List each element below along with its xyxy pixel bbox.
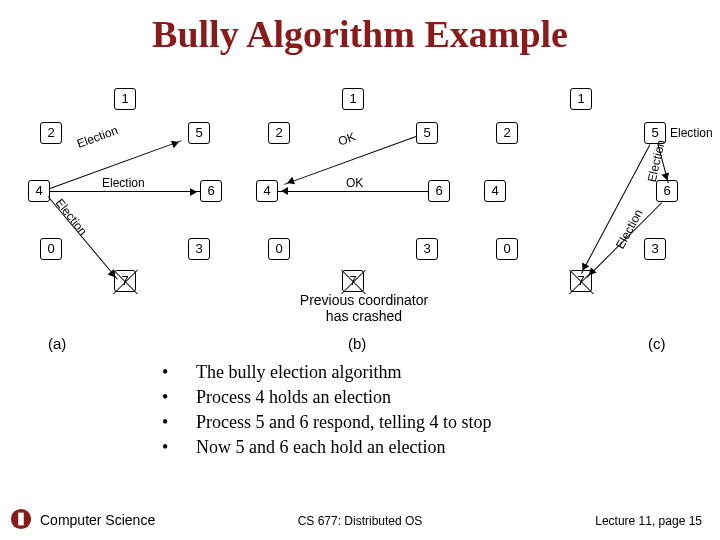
node-2: 2 bbox=[496, 122, 518, 144]
msg-label: OK bbox=[346, 176, 363, 190]
node-1: 1 bbox=[570, 88, 592, 110]
list-item: Now 5 and 6 each hold an election bbox=[162, 437, 491, 458]
panel-a: 1 2 5 4 6 0 3 7 Election Election Electi… bbox=[22, 82, 242, 352]
node-2: 2 bbox=[40, 122, 62, 144]
slide-title: Bully Algorithm Example bbox=[0, 12, 720, 56]
arrow bbox=[50, 191, 200, 192]
node-1: 1 bbox=[342, 88, 364, 110]
node-7: 7 bbox=[342, 270, 364, 292]
bully-diagram: 1 2 5 4 6 0 3 7 Election Election Electi… bbox=[22, 82, 698, 352]
node-6: 6 bbox=[200, 180, 222, 202]
panel-b: 1 2 5 4 6 0 3 7 OK OK Previous coordinat… bbox=[250, 82, 470, 352]
footer-right: Lecture 11, page 15 bbox=[595, 514, 702, 528]
panel-c: 1 2 5 4 6 0 3 7 Election Election Electi… bbox=[478, 82, 698, 352]
panel-label-c: (c) bbox=[648, 335, 666, 352]
arrow bbox=[581, 144, 650, 273]
node-4: 4 bbox=[484, 180, 506, 202]
node-3: 3 bbox=[416, 238, 438, 260]
node-4: 4 bbox=[256, 180, 278, 202]
msg-label: OK bbox=[336, 129, 357, 148]
arrow bbox=[278, 191, 428, 192]
panel-label-a: (a) bbox=[48, 335, 66, 352]
node-0: 0 bbox=[40, 238, 62, 260]
list-item: Process 4 holds an election bbox=[162, 387, 491, 408]
msg-label: Election bbox=[670, 126, 713, 140]
node-2: 2 bbox=[268, 122, 290, 144]
node-0: 0 bbox=[496, 238, 518, 260]
bullet-list: The bully election algorithm Process 4 h… bbox=[162, 362, 491, 462]
node-1: 1 bbox=[114, 88, 136, 110]
msg-label: Election bbox=[75, 123, 120, 151]
msg-label: Election bbox=[102, 176, 145, 190]
crash-note: Previous coordinator has crashed bbox=[294, 292, 434, 324]
node-0: 0 bbox=[268, 238, 290, 260]
node-3: 3 bbox=[644, 238, 666, 260]
node-6: 6 bbox=[428, 180, 450, 202]
panel-label-b: (b) bbox=[348, 335, 366, 352]
node-4: 4 bbox=[28, 180, 50, 202]
msg-label: Election bbox=[613, 207, 645, 251]
list-item: The bully election algorithm bbox=[162, 362, 491, 383]
node-6: 6 bbox=[656, 180, 678, 202]
node-3: 3 bbox=[188, 238, 210, 260]
msg-label: Election bbox=[53, 196, 90, 238]
node-5: 5 bbox=[416, 122, 438, 144]
list-item: Process 5 and 6 respond, telling 4 to st… bbox=[162, 412, 491, 433]
node-5: 5 bbox=[188, 122, 210, 144]
